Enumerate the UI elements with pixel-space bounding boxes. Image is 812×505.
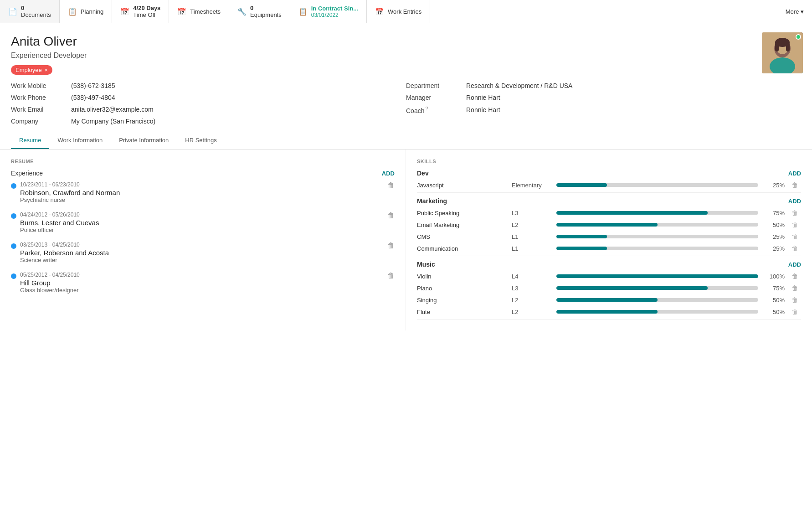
delete-experience-button[interactable]: 🗑 xyxy=(387,211,395,233)
work-mobile-value: (538)-672-3185 xyxy=(71,82,115,89)
experience-dates: 04/24/2012 - 05/26/2010 xyxy=(20,211,380,218)
skill-level: L3 xyxy=(512,285,553,292)
nav-documents[interactable]: 📄 0 Documents xyxy=(0,0,60,23)
skill-level: L2 xyxy=(512,297,553,304)
top-navigation: 📄 0 Documents 📋 Planning 📅 4/20 Days Tim… xyxy=(0,0,812,23)
tab-private-information[interactable]: Private Information xyxy=(111,132,177,149)
right-fields: Department Research & Development / R&D … xyxy=(406,82,801,125)
timeoff-count: 4/20 Days xyxy=(133,5,160,11)
skill-percent: 25% xyxy=(762,182,785,189)
skill-name: Piano xyxy=(417,285,508,292)
workentries-icon: 📅 xyxy=(375,7,384,16)
badge-label: Employee xyxy=(15,67,42,73)
document-icon: 📄 xyxy=(8,7,17,16)
skill-percent: 50% xyxy=(762,309,785,315)
employee-badge[interactable]: Employee × xyxy=(11,65,52,75)
skill-level: Elementary xyxy=(512,182,553,189)
delete-skill-button[interactable]: 🗑 xyxy=(788,284,801,292)
delete-skill-button[interactable]: 🗑 xyxy=(788,296,801,304)
experience-dot xyxy=(11,243,16,249)
delete-experience-button[interactable]: 🗑 xyxy=(387,242,395,263)
nav-contract[interactable]: 📋 In Contract Sin... 03/01/2022 xyxy=(290,0,367,23)
remove-badge-button[interactable]: × xyxy=(45,67,48,73)
skill-bar-background xyxy=(556,211,758,215)
nav-equipments[interactable]: 🔧 0 Equipments xyxy=(229,0,290,23)
delete-skill-button[interactable]: 🗑 xyxy=(788,209,801,216)
delete-skill-button[interactable]: 🗑 xyxy=(788,221,801,228)
equipments-label: Equipments xyxy=(250,11,282,18)
profile-title: Experienced Developer xyxy=(11,52,801,60)
experience-dot xyxy=(11,183,16,189)
svg-rect-5 xyxy=(775,42,779,52)
avatar xyxy=(762,32,803,73)
profile-fields: Work Mobile (538)-672-3185 Work Phone (5… xyxy=(11,82,801,125)
delete-skill-button[interactable]: 🗑 xyxy=(788,245,801,252)
delete-skill-button[interactable]: 🗑 xyxy=(788,273,801,280)
skill-name: Communication xyxy=(417,245,508,252)
skill-bar-background xyxy=(556,247,758,250)
work-email-label: Work Email xyxy=(11,106,66,113)
timesheets-icon: 📅 xyxy=(177,7,186,16)
delete-skill-button[interactable]: 🗑 xyxy=(788,308,801,315)
tab-work-information[interactable]: Work Information xyxy=(49,132,111,149)
skill-category-row: MarketingADD xyxy=(417,197,801,205)
documents-label: Documents xyxy=(21,11,51,18)
add-skill-button[interactable]: ADD xyxy=(788,261,801,268)
work-email-row: Work Email anita.oliver32@example.com xyxy=(11,106,406,113)
experience-item: 04/24/2012 - 05/26/2010Burns, Lester and… xyxy=(11,211,395,233)
work-mobile-row: Work Mobile (538)-672-3185 xyxy=(11,82,406,89)
experience-company: Parker, Roberson and Acosta xyxy=(20,249,380,257)
delete-skill-button[interactable]: 🗑 xyxy=(788,233,801,240)
add-experience-button[interactable]: ADD xyxy=(382,170,395,177)
timeoff-icon: 📅 xyxy=(120,7,129,16)
skill-name: Violin xyxy=(417,273,508,280)
skill-bar-background xyxy=(556,286,758,290)
skill-bar-fill xyxy=(556,235,607,238)
add-skill-button[interactable]: ADD xyxy=(788,170,801,177)
skill-bar-background xyxy=(556,183,758,187)
experience-content: 05/25/2012 - 04/25/2010Hill GroupGlass b… xyxy=(20,272,380,294)
skill-level: L2 xyxy=(512,222,553,228)
profile-header: Anita Oliver Experienced Developer Emplo… xyxy=(0,23,812,132)
nav-more[interactable]: More ▾ xyxy=(777,0,812,23)
nav-planning[interactable]: 📋 Planning xyxy=(60,0,113,23)
skill-percent: 50% xyxy=(762,297,785,304)
skill-name: Public Speaking xyxy=(417,210,508,216)
tab-resume[interactable]: Resume xyxy=(11,132,49,149)
company-row: Company My Company (San Francisco) xyxy=(11,118,406,125)
skill-bar-fill xyxy=(556,310,658,314)
contract-icon: 📋 xyxy=(298,7,308,16)
skill-bar-fill xyxy=(556,286,708,290)
skill-row: CMSL125%🗑 xyxy=(417,232,801,241)
experience-role: Glass blower/designer xyxy=(20,287,380,294)
add-skill-button[interactable]: ADD xyxy=(788,198,801,205)
nav-workentries[interactable]: 📅 Work Entries xyxy=(367,0,430,23)
skill-row: Public SpeakingL375%🗑 xyxy=(417,208,801,217)
skill-row: JavascriptElementary25%🗑 xyxy=(417,180,801,190)
tab-hr-settings[interactable]: HR Settings xyxy=(177,132,225,149)
documents-count: 0 xyxy=(21,5,51,11)
experience-label: Experience xyxy=(11,170,43,177)
delete-experience-button[interactable]: 🗑 xyxy=(387,181,395,203)
experience-dates: 05/25/2012 - 04/25/2010 xyxy=(20,272,380,278)
skills-heading: SKILLS xyxy=(417,159,801,164)
delete-experience-button[interactable]: 🗑 xyxy=(387,272,395,294)
tab-bar: Resume Work Information Private Informat… xyxy=(0,132,812,149)
experience-dates: 03/25/2013 - 04/25/2010 xyxy=(20,242,380,248)
skill-bar-fill xyxy=(556,223,658,227)
coach-label: Coach? xyxy=(406,106,461,114)
experience-dot xyxy=(11,273,16,279)
nav-timesheets[interactable]: 📅 Timesheets xyxy=(169,0,229,23)
skill-category-row: MusicADD xyxy=(417,261,801,268)
equipments-icon: 🔧 xyxy=(237,7,247,16)
contract-date: 03/01/2022 xyxy=(311,12,358,18)
nav-timeoff[interactable]: 📅 4/20 Days Time Off xyxy=(112,0,169,23)
experience-role: Science writer xyxy=(20,257,380,263)
skill-row: FluteL250%🗑 xyxy=(417,307,801,316)
skill-bar-fill xyxy=(556,183,607,187)
coach-help-icon: ? xyxy=(425,106,428,111)
left-fields: Work Mobile (538)-672-3185 Work Phone (5… xyxy=(11,82,406,125)
delete-skill-button[interactable]: 🗑 xyxy=(788,181,801,189)
skill-level: L4 xyxy=(512,273,553,280)
skill-bar-background xyxy=(556,235,758,238)
